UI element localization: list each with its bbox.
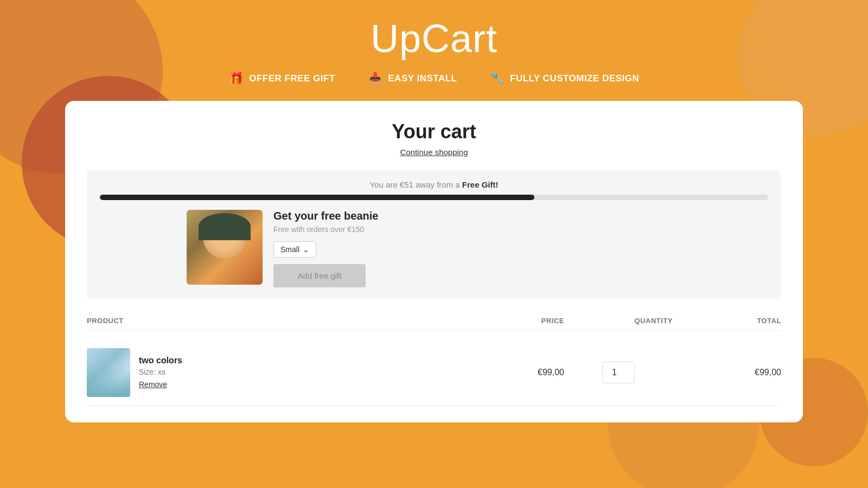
beanie-info: Get your free beanie Free with orders ov… xyxy=(273,210,768,287)
progress-bar-wrap xyxy=(100,195,768,200)
total-cell: €99,00 xyxy=(673,368,781,377)
table-row: two colors Size: xs Remove €99,00 €99,00 xyxy=(87,339,781,406)
free-gift-section: You are €51 away from a Free Gift! Get y… xyxy=(87,170,781,299)
free-gift-text: You are €51 away from a Free Gift! xyxy=(100,180,768,189)
col-price: PRICE xyxy=(456,317,564,325)
app-title: UpCart xyxy=(0,16,868,61)
feature-list: 🎁 OFFER FREE GIFT 📥 EASY INSTALL 🔧 FULLY… xyxy=(0,72,868,86)
chevron-down-icon: ⌄ xyxy=(303,245,309,254)
continue-shopping-wrap: Continue shopping xyxy=(87,147,781,157)
install-icon: 📥 xyxy=(368,72,383,86)
add-free-gift-button[interactable]: Add free gift xyxy=(273,264,366,287)
beanie-product-image xyxy=(187,210,263,285)
quantity-cell xyxy=(564,362,673,383)
size-value: Small xyxy=(280,245,299,254)
cart-panel: Your cart Continue shopping You are €51 … xyxy=(65,101,803,422)
feature-fully-customize-label: FULLY CUSTOMIZE DESIGN xyxy=(510,73,639,84)
customize-icon: 🔧 xyxy=(490,72,505,86)
size-select[interactable]: Small ⌄ xyxy=(273,241,316,258)
feature-easy-install-label: EASY INSTALL xyxy=(388,73,457,84)
price-cell: €99,00 xyxy=(456,368,564,377)
remove-link[interactable]: Remove xyxy=(139,380,167,389)
product-size: Size: xs xyxy=(139,368,182,376)
product-thumbnail xyxy=(87,348,130,397)
quantity-input[interactable] xyxy=(602,362,635,383)
page-header: UpCart 🎁 OFFER FREE GIFT 📥 EASY INSTALL … xyxy=(0,0,868,101)
feature-offer-free-gift-label: OFFER FREE GIFT xyxy=(249,73,335,84)
feature-offer-free-gift: 🎁 OFFER FREE GIFT xyxy=(229,72,335,86)
feature-easy-install: 📥 EASY INSTALL xyxy=(368,72,457,86)
beanie-offer: Get your free beanie Free with orders ov… xyxy=(100,210,768,287)
product-cell: two colors Size: xs Remove xyxy=(87,348,456,397)
progress-bar-fill xyxy=(100,195,534,200)
cart-title: Your cart xyxy=(87,120,781,143)
col-product: PRODUCT xyxy=(87,317,456,325)
feature-fully-customize: 🔧 FULLY CUSTOMIZE DESIGN xyxy=(490,72,640,86)
free-gift-highlight: Free Gift! xyxy=(462,180,499,189)
product-name: two colors xyxy=(139,356,182,365)
beanie-title: Get your free beanie xyxy=(273,210,768,222)
continue-shopping-link[interactable]: Continue shopping xyxy=(400,147,468,157)
col-quantity: QUANTITY xyxy=(564,317,673,325)
gift-icon: 🎁 xyxy=(229,72,244,86)
cart-table-header: PRODUCT PRICE QUANTITY TOTAL xyxy=(87,317,781,331)
product-details: two colors Size: xs Remove xyxy=(139,356,182,389)
beanie-subtitle: Free with orders over €150 xyxy=(273,225,768,234)
col-total: TOTAL xyxy=(673,317,781,325)
